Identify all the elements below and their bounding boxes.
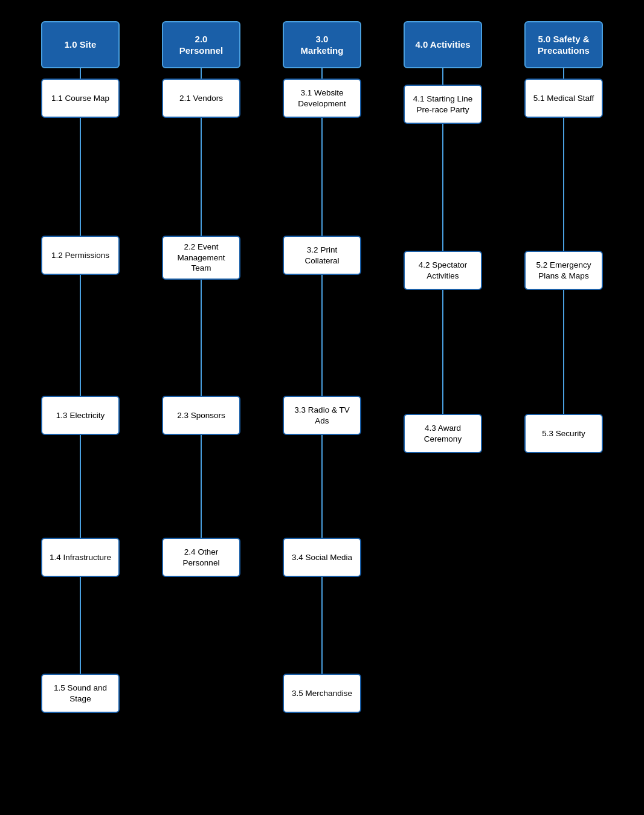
child-box: 2.4 Other Personnel: [162, 538, 240, 577]
child-box: 5.1 Medical Staff: [524, 79, 603, 118]
child-box: 3.4 Social Media: [283, 538, 361, 577]
child-label: 4.3 Award Ceremony: [411, 423, 475, 444]
child-box: 3.3 Radio & TV Ads: [283, 396, 361, 435]
root-box: 5.0 Safety & Precautions: [524, 21, 603, 68]
root-box: 1.0 Site: [41, 21, 120, 68]
child-label: 5.1 Medical Staff: [533, 93, 594, 104]
root-label: 3.0 Marketing: [301, 33, 344, 57]
boxes-layer: 1.0 Site1.1 Course Map1.2 Permissions1.3…: [8, 12, 636, 785]
child-label: 2.4 Other Personnel: [169, 547, 233, 568]
child-box: 3.1 Website Development: [283, 79, 361, 118]
child-box: 3.5 Merchandise: [283, 674, 361, 713]
org-chart: 1.0 Site1.1 Course Map1.2 Permissions1.3…: [8, 12, 636, 785]
child-label: 2.2 Event Management Team: [169, 242, 233, 274]
child-label: 3.4 Social Media: [292, 552, 352, 563]
child-label: 1.2 Permissions: [51, 250, 109, 261]
root-box: 2.0 Personnel: [162, 21, 240, 68]
child-label: 1.5 Sound and Stage: [48, 683, 112, 704]
child-box: 2.2 Event Management Team: [162, 236, 240, 280]
child-label: 3.3 Radio & TV Ads: [290, 405, 354, 426]
child-label: 4.2 Spectator Activities: [411, 260, 475, 281]
child-label: 1.3 Electricity: [56, 410, 105, 421]
child-box: 1.1 Course Map: [41, 79, 120, 118]
child-label: 5.3 Security: [542, 428, 585, 439]
child-box: 3.2 Print Collateral: [283, 236, 361, 275]
child-label: 3.5 Merchandise: [292, 688, 352, 699]
child-label: 2.1 Vendors: [179, 93, 223, 104]
child-box: 5.3 Security: [524, 414, 603, 453]
child-label: 1.1 Course Map: [51, 93, 109, 104]
child-box: 4.1 Starting Line Pre-race Party: [404, 85, 482, 124]
root-label: 4.0 Activities: [415, 39, 470, 51]
child-box: 5.2 Emergency Plans & Maps: [524, 251, 603, 290]
child-label: 4.1 Starting Line Pre-race Party: [411, 94, 475, 115]
root-label: 2.0 Personnel: [179, 33, 224, 57]
child-box: 1.4 Infrastructure: [41, 538, 120, 577]
child-label: 1.4 Infrastructure: [50, 552, 111, 563]
root-box: 4.0 Activities: [404, 21, 482, 68]
child-box: 4.3 Award Ceremony: [404, 414, 482, 453]
child-box: 1.2 Permissions: [41, 236, 120, 275]
child-box: 1.3 Electricity: [41, 396, 120, 435]
child-box: 2.1 Vendors: [162, 79, 240, 118]
child-label: 2.3 Sponsors: [177, 410, 225, 421]
root-box: 3.0 Marketing: [283, 21, 361, 68]
child-box: 1.5 Sound and Stage: [41, 674, 120, 713]
child-label: 3.1 Website Development: [290, 88, 354, 109]
child-label: 3.2 Print Collateral: [290, 245, 354, 266]
child-box: 4.2 Spectator Activities: [404, 251, 482, 290]
child-label: 5.2 Emergency Plans & Maps: [532, 260, 596, 281]
root-label: 1.0 Site: [65, 39, 97, 51]
child-box: 2.3 Sponsors: [162, 396, 240, 435]
root-label: 5.0 Safety & Precautions: [538, 33, 590, 57]
